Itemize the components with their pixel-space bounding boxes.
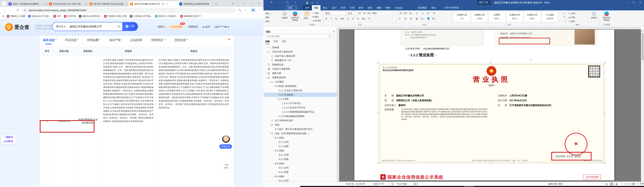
tab-close-icon[interactable]: ✕ xyxy=(166,3,168,5)
undo-icon[interactable]: ↶ xyxy=(311,1,314,4)
nav-heading-item[interactable]: 四、已标价工程量清单 xyxy=(264,67,336,71)
collapse-arrow-icon[interactable]: ▾ xyxy=(273,162,275,166)
bg-window-close-button[interactable]: ✕ xyxy=(294,1,298,4)
select-button[interactable]: 选择 ⌄ xyxy=(265,20,271,23)
ribbon-tab-布局[interactable]: 布局 xyxy=(339,5,347,10)
one-click-insight-badge[interactable]: 一键解读企业数据 xyxy=(1,135,16,144)
nav-heading-item[interactable]: ▾4.2 业绩2 xyxy=(264,148,336,153)
paragraph-format-button[interactable]: ≣ xyxy=(404,17,407,20)
word-close-button[interactable]: ✕ xyxy=(638,1,642,4)
font-format-button[interactable]: U⌄ xyxy=(335,17,339,20)
scroll-up-icon[interactable]: ▲ xyxy=(642,30,644,32)
font-name-box[interactable]: 宋体 ⌄ xyxy=(324,12,346,15)
collapse-arrow-icon[interactable]: ▾ xyxy=(273,84,275,88)
ribbon-tab-插入[interactable]: 插入 xyxy=(321,5,330,10)
collapse-arrow-icon[interactable]: ▾ xyxy=(266,71,268,76)
selection-handle[interactable] xyxy=(377,62,379,64)
nav-heading-item[interactable]: 1.1.1 企业法人身份证明 xyxy=(264,88,336,92)
ribbon-tab-引用[interactable]: 引用 xyxy=(348,5,356,10)
paragraph-tool-button[interactable]: ⋮☰ xyxy=(398,12,402,15)
font-format-button[interactable]: abc xyxy=(340,17,344,20)
nav-heading-item[interactable]: 4.3.1 合同 xyxy=(264,166,336,170)
forward-button[interactable]: → xyxy=(9,8,14,12)
browser-tab[interactable]: Q盘锦辽河井鑫实业有限公司 - 辽✕ xyxy=(129,1,180,7)
nav-heading-item[interactable]: ▾3、其他 xyxy=(264,123,336,127)
browser-close-button[interactable]: ✕ xyxy=(256,2,261,5)
nav-heading-item[interactable]: 三、投标保证金 xyxy=(264,62,336,67)
nav-heading-item[interactable]: 4.1.2 发票 xyxy=(264,144,336,148)
word-minimize-button[interactable]: — xyxy=(625,1,629,4)
nav-heading-item[interactable]: 4.3.2 发票 xyxy=(264,170,336,174)
font-format-button[interactable]: B xyxy=(324,17,328,20)
new-tab-button[interactable]: + xyxy=(231,2,234,5)
collapse-arrow-icon[interactable]: ▾ xyxy=(273,174,275,178)
ribbon-tab-Acrobat[interactable]: Acrobat xyxy=(392,5,404,10)
styles-scroll-down-icon[interactable]: ▼ xyxy=(563,16,565,18)
selection-handle[interactable] xyxy=(490,162,492,164)
bookmark-item[interactable]: 标查标准上工标网 xyxy=(7,15,25,18)
app-link[interactable]: ⊟ APP xyxy=(202,26,210,28)
style-chip-标题 3[interactable]: AaBbCcD标题 3 xyxy=(524,12,540,22)
style-chip-列表段落[interactable]: 1. AaBb列表段落 xyxy=(541,12,558,22)
save-icon[interactable]: 💾 xyxy=(306,1,309,4)
selection-handle[interactable] xyxy=(377,162,379,164)
tab-经营诊断[interactable]: 经营诊断51 xyxy=(87,38,101,42)
nav-heading-item[interactable]: ▾六、资格审查资料 xyxy=(264,76,336,80)
paragraph-format-button[interactable]: 🪣⌄ xyxy=(426,17,430,20)
ribbon-tab-文件[interactable]: 文件 xyxy=(303,5,312,10)
paste-button[interactable]: 📋粘贴 ⌄ xyxy=(302,11,312,19)
company-search-box[interactable]: 查企业 ▾ 盘锦辽河井鑫实业有限公司 ✕ 查一下 xyxy=(52,22,138,31)
selection-handle[interactable] xyxy=(377,112,379,114)
font-tool-button[interactable]: A˄ xyxy=(358,12,362,15)
browser-tab[interactable]: ◈在线文本比对工具 | 菜鸟工具✕ xyxy=(48,1,90,7)
bg-window-ribbon-options-icon[interactable]: ⇱ xyxy=(270,1,274,4)
nav-heading-item[interactable]: 2、授权委托书（无） xyxy=(264,58,336,62)
styles-scroll-up-icon[interactable]: ▲ xyxy=(563,12,565,14)
nav-heading-item[interactable]: 1、法定代表人身份证明 xyxy=(264,54,336,58)
paragraph-format-button[interactable]: ▤ xyxy=(415,17,419,20)
bookmark-item[interactable]: 执中国执行信息公开网 xyxy=(104,15,127,18)
paragraph-tool-button[interactable]: ¶ xyxy=(432,12,436,15)
find-button[interactable]: 🔍 查找 ⌄ xyxy=(568,12,578,15)
download-report-button[interactable]: 下载报告 xyxy=(222,162,230,170)
collapse-arrow-icon[interactable]: ▾ xyxy=(276,97,278,101)
browser-tab[interactable]: Q爱企查-工商查询_专业企业信息✕ xyxy=(88,1,131,7)
font-format-button[interactable]: A xyxy=(368,17,371,20)
font-format-button[interactable]: x₂ xyxy=(346,17,350,20)
font-tool-button[interactable]: ⌫A xyxy=(372,12,376,15)
nav-heading-item[interactable]: 3.1 违法、重大安全事故及其他不良记... xyxy=(264,127,336,131)
paragraph-tool-button[interactable]: ≣⌄ xyxy=(410,12,413,15)
save-to-baidu-netdisk-button[interactable]: 保存到百度网盘 xyxy=(290,11,300,21)
apps-grid-icon[interactable]: ⊞ xyxy=(2,15,5,18)
nav-heading-item[interactable]: ▾4、业绩（近年承接的类似项目业绩...） xyxy=(264,131,336,136)
tab-司法信息[interactable]: 司法信息34 xyxy=(65,38,79,42)
copy-button[interactable]: ⧉ 复制 xyxy=(312,16,318,18)
document-scrollbar[interactable]: ▲ xyxy=(641,29,644,182)
print-layout-icon[interactable]: ▤ xyxy=(610,182,614,186)
word-restore-button[interactable]: ❐ xyxy=(632,1,636,4)
document-search-input[interactable]: 在文档中搜索 🔍 ⌄ xyxy=(265,34,335,38)
nav-heading-item[interactable]: ▾五、服务方案 xyxy=(264,71,336,76)
replace-button[interactable]: 替换 xyxy=(265,16,269,19)
zoom-out-icon[interactable]: − xyxy=(621,182,622,185)
address-bar[interactable]: ⇄ aiqicha.baidu.com/company_detail_29949… xyxy=(22,8,236,13)
selection-handle[interactable] xyxy=(604,162,606,164)
zoom-slider-thumb[interactable] xyxy=(633,183,634,185)
tab-search-chevron-icon[interactable]: ⌄ xyxy=(2,1,6,6)
nav-heading-item[interactable]: 1.1.3.3 普通货物道路运输许可证 xyxy=(264,110,336,114)
browser-maximize-button[interactable]: □ xyxy=(248,2,254,5)
font-format-button[interactable]: I xyxy=(330,17,334,20)
vertical-ruler[interactable] xyxy=(336,29,339,182)
ribbon-tab-设计[interactable]: 设计 xyxy=(330,5,338,10)
search-type-dropdown[interactable]: 查企业 ▾ xyxy=(52,25,67,28)
nav-heading-item[interactable]: ▾二、法定代表人身份证明 xyxy=(264,50,336,54)
search-input[interactable]: 盘锦辽河井鑫实业有限公司 xyxy=(70,25,118,28)
cut-button[interactable]: ✂ 剪切 xyxy=(312,12,319,14)
selection-handle[interactable] xyxy=(604,112,606,114)
account-menu[interactable]: 138******90 ▾ xyxy=(214,26,229,28)
font-format-button[interactable]: ab⌄ xyxy=(362,17,366,20)
supply-market-link[interactable]: 供需集市 xyxy=(188,25,198,28)
addins-button[interactable]: 加载项 xyxy=(589,11,599,19)
replace-button[interactable]: ab 替换 xyxy=(568,16,575,19)
collapse-arrow-icon[interactable]: ▾ xyxy=(269,131,271,136)
